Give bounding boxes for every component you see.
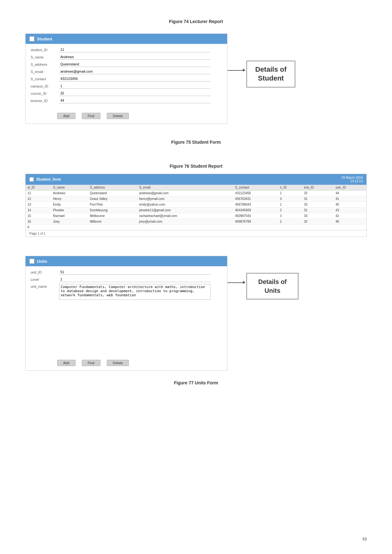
units-find-button[interactable]: Find [82,360,100,366]
cell-contact: 456789043 [233,202,278,208]
student-form-header: Student [26,34,227,44]
details-of-student-annotation: Details of Student [246,61,295,87]
find-button[interactable]: Find [82,113,100,119]
cell-address: Queensland [88,190,137,196]
cell-email: andrews@gmail.com [137,190,233,196]
label-s-address: S_address [31,63,59,66]
label-lecturer-id: lecturer_ID [31,99,59,103]
cell-id: 16 [26,219,51,225]
delete-button[interactable]: Delete [107,113,129,119]
label-unit-name: unit_name [31,284,59,288]
report-pagination: Page 1 of 1 [26,230,366,237]
input-level[interactable] [59,277,211,282]
cell-id: 15 [26,213,51,219]
input-unit-name[interactable]: Computer Fundamentals, Computer architec… [59,284,211,300]
input-s-name[interactable] [59,54,211,60]
col-s-contact: S_contact [233,185,278,190]
student-form-body: student_ID S_name S_address S_email [26,44,227,108]
label-student-id: student_ID [31,48,59,52]
table-row: 14 Phoebe Dumbleyung phoebe11@gmail.com … [26,208,366,213]
label-s-email: S_email [31,70,59,74]
cell-nid: 1 [278,190,302,196]
col-urer-id: urer_ID [334,185,366,190]
input-course-id[interactable] [59,91,211,96]
cell-address: Melbourne [88,213,137,219]
cell-name: Joey [51,219,88,225]
input-unit-id[interactable] [59,269,211,275]
cell-urerid: 45 [334,202,366,208]
label-campus-id: campus_ID [31,84,59,88]
field-course-id: course_ID [31,91,222,96]
cell-urerid: 43 [334,208,366,213]
page-number: 53 [363,537,367,541]
report-table: st_ID S_name S_address S_email S_contact… [26,185,366,230]
cell-email: rachaelrachael@ymail.com [137,213,233,219]
input-s-address[interactable] [59,62,211,67]
report-title: Student_form [36,177,61,182]
field-unit-id: unit_ID [31,269,222,275]
student-report: Student_form 09 March 2018 14:12:14 st_I… [25,174,367,237]
figure77-title: Figure 77 Units Form [25,380,367,385]
cell-email: emily@yahoo.com [137,202,233,208]
cell-id: 13 [26,202,51,208]
label-s-contact: S_contact [31,77,59,81]
report-date: 09 March 2018 14:12:14 [341,176,363,183]
col-irse-id: irse_ID [302,185,334,190]
cell-id: 14 [26,208,51,213]
cell-id: 11 [26,190,51,196]
label-unit-id: unit_ID [31,270,59,274]
table-row: 11 Andrews Queensland andrews@gmail.com … [26,190,366,196]
pagination-text: Page 1 of 1 [29,232,45,235]
cell-urerid: 42 [334,213,366,219]
units-form-header: Units [26,256,227,266]
label-course-id: course_ID [31,92,59,95]
cell-contact: 454345609 [233,208,278,213]
annotation-line2: Student [252,74,290,83]
cell-urerid: 44 [334,190,366,196]
details-of-units-annotation: Details of Units [246,273,299,299]
cell-irseid: 31 [302,196,334,202]
field-student-id: student_ID [31,47,222,52]
cell-nid: 3 [278,213,302,219]
cell-contact: 409876789 [233,219,278,225]
field-s-address: S_address [31,62,222,67]
units-form-buttons: Add Find Delete [26,355,227,370]
input-s-email[interactable] [59,69,211,74]
input-student-id[interactable] [59,47,211,52]
cell-nid: 1 [278,202,302,208]
field-level: Level [31,277,222,282]
field-s-email: S_email [31,69,222,74]
field-campus-id: campus_ID [31,83,222,89]
col-s-name: S_name [51,185,88,190]
cell-irseid: 32 [302,219,334,225]
input-campus-id[interactable] [59,83,211,89]
report-table-body: 11 Andrews Queensland andrews@gmail.com … [26,190,366,230]
cell-irseid: 33 [302,213,334,219]
cell-nid: 2 [278,219,302,225]
details-of-units-arrow [227,282,243,283]
units-form: Units unit_ID Level unit_name [25,256,227,371]
cell-email: joey@ymail.com [137,219,233,225]
details-of-student-arrow [227,70,243,71]
field-s-contact: S_contact [31,76,222,81]
input-s-contact[interactable] [59,76,211,81]
col-st-id: st_ID [26,185,51,190]
cell-irseid: 33 [302,202,334,208]
input-lecturer-id[interactable] [59,98,211,103]
cell-address: Dumbleyung [88,208,137,213]
units-delete-button[interactable]: Delete [107,360,129,366]
cell-contact: 432123456 [233,190,278,196]
figure74-title: Figure 74 Lecturer Report [25,19,367,24]
label-level: Level [31,278,59,281]
cell-irseid: 32 [302,190,334,196]
table-row-count: 6 [26,225,366,230]
add-button[interactable]: Add [57,113,75,119]
cell-irseid: 31 [302,208,334,213]
annotation-line1: Details of [252,65,290,74]
student-form: Student student_ID S_name S_address [25,33,227,124]
cell-urerid: 46 [334,219,366,225]
table-row: 16 Joey Millicent joey@ymail.com 4098767… [26,219,366,225]
table-row: 15 Rachael Melbourne rachaelrachael@ymai… [26,213,366,219]
cell-urerid: 41 [334,196,366,202]
units-add-button[interactable]: Add [57,360,75,366]
